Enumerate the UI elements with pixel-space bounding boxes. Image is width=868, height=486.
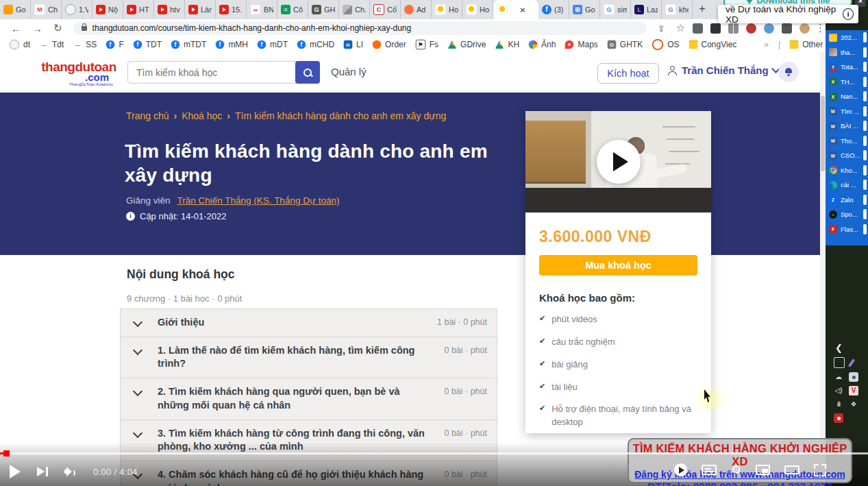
taskbar-item[interactable]: Spo... bbox=[826, 207, 868, 222]
extension-icon[interactable] bbox=[746, 23, 756, 34]
browser-tab[interactable]: BN bbox=[247, 0, 277, 19]
taskbar-item[interactable]: cài ... bbox=[826, 178, 868, 193]
network-tray-icon[interactable]: ılı bbox=[834, 400, 843, 409]
extension-icon[interactable] bbox=[764, 23, 774, 34]
breadcrumb-courses[interactable]: Khoá học bbox=[182, 110, 222, 121]
browser-tab[interactable]: Cố bbox=[370, 0, 401, 19]
bookmark-item[interactable]: SS bbox=[73, 40, 97, 49]
extension-icon[interactable] bbox=[693, 23, 703, 34]
browser-tab[interactable]: htv bbox=[154, 0, 185, 19]
forward-icon[interactable]: → bbox=[32, 23, 42, 34]
v-app-tray-icon[interactable]: V bbox=[849, 386, 858, 396]
bookmark-item[interactable]: TDT bbox=[133, 40, 162, 49]
bookmark-item[interactable]: LI bbox=[343, 40, 363, 49]
taskbar-item[interactable]: BÀI ... bbox=[826, 119, 868, 134]
other-bookmarks[interactable]: Other bookmarks bbox=[789, 40, 826, 49]
search-button[interactable] bbox=[295, 61, 320, 84]
activate-button[interactable]: Kích hoạt bbox=[597, 63, 659, 84]
notifications-button[interactable] bbox=[778, 62, 799, 82]
taskbar-item[interactable]: Tota... bbox=[826, 60, 868, 75]
share-icon[interactable]: ⇪ bbox=[658, 23, 665, 34]
browser-tab[interactable]: Làr bbox=[185, 0, 216, 19]
play-button[interactable] bbox=[597, 140, 641, 184]
bookmarks-overflow-icon[interactable]: » bbox=[764, 40, 769, 49]
feather-tray-icon[interactable] bbox=[848, 359, 856, 367]
bookmark-item[interactable]: OS bbox=[652, 38, 679, 51]
volume-icon[interactable] bbox=[64, 467, 77, 476]
settings-gear-icon[interactable]: ⚙ bbox=[731, 464, 741, 476]
browser-tab[interactable]: GH bbox=[308, 0, 339, 19]
play-icon[interactable] bbox=[10, 465, 21, 478]
site-logo[interactable]: thangdutoan .com ThangDuToan Academy bbox=[38, 60, 120, 86]
browser-tab[interactable] bbox=[493, 0, 538, 19]
browser-tab[interactable]: Ch bbox=[31, 0, 62, 19]
progress-scrubber[interactable] bbox=[3, 450, 10, 457]
browser-tab[interactable]: Go bbox=[0, 0, 31, 19]
taskbar-item[interactable]: tha... bbox=[826, 45, 868, 60]
browser-tab[interactable]: Ch. bbox=[339, 0, 370, 19]
address-bar[interactable]: thangdutoan.com/course/tim-kiem-khach-ha… bbox=[73, 21, 647, 35]
fullscreen-icon[interactable] bbox=[814, 464, 826, 476]
search-input[interactable] bbox=[128, 67, 318, 78]
taskbar-item[interactable]: 202... bbox=[826, 30, 868, 45]
bookmark-item[interactable]: CongViec bbox=[689, 40, 737, 49]
section-row[interactable]: 2. Tìm kiếm khách hàng qua người quen, b… bbox=[121, 378, 497, 420]
dropbox-tray-icon[interactable]: ❖ bbox=[849, 400, 858, 409]
bookmark-item[interactable]: Maps bbox=[565, 40, 597, 49]
subtitles-icon[interactable] bbox=[702, 465, 717, 475]
scrollbar-thumb[interactable] bbox=[821, 96, 825, 171]
info-icon[interactable]: i bbox=[843, 8, 854, 20]
browser-tab[interactable]: Laz bbox=[631, 0, 662, 19]
bookmark-item[interactable]: mTDT bbox=[171, 40, 206, 49]
extension-icon[interactable] bbox=[710, 23, 721, 34]
browser-tab[interactable]: 1.V bbox=[62, 0, 92, 19]
bookmark-item[interactable]: KH bbox=[495, 40, 519, 49]
course-video-thumbnail[interactable] bbox=[525, 111, 711, 212]
taskbar-item[interactable]: Kho... bbox=[826, 163, 868, 178]
taskbar-item[interactable]: Flas... bbox=[826, 222, 868, 237]
taskbar-item[interactable]: Nan... bbox=[826, 89, 868, 104]
bookmark-item[interactable]: Fs bbox=[415, 39, 438, 50]
taskbar-item[interactable]: Tìm ... bbox=[826, 104, 868, 119]
reload-icon[interactable]: ↻ bbox=[53, 22, 62, 34]
browser-tab[interactable]: Ho bbox=[432, 0, 462, 19]
avatar[interactable] bbox=[799, 23, 810, 34]
browser-tab[interactable]: (3) bbox=[538, 0, 569, 19]
bookmark-item[interactable]: Ảnh bbox=[528, 40, 556, 49]
autoplay-toggle-icon[interactable] bbox=[674, 463, 687, 476]
manage-link[interactable]: Quản lý bbox=[331, 66, 367, 77]
browser-tab[interactable]: khc bbox=[662, 0, 693, 19]
cloud-tray-icon[interactable]: ☁ bbox=[834, 372, 843, 382]
extension-icon[interactable] bbox=[728, 23, 739, 34]
lock-icon[interactable] bbox=[82, 26, 87, 31]
buy-button[interactable]: Mua khoá học bbox=[539, 255, 697, 276]
bookmark-item[interactable]: F bbox=[106, 40, 123, 49]
bookmark-item[interactable]: GDrive bbox=[447, 40, 486, 49]
tray-expand-icon[interactable]: ❮ bbox=[835, 343, 868, 353]
taskbar-item[interactable]: Zalo bbox=[826, 193, 868, 208]
taskbar-item[interactable]: Tho... bbox=[826, 134, 868, 149]
back-icon[interactable]: ← bbox=[11, 23, 21, 34]
miniplayer-icon[interactable] bbox=[756, 465, 770, 475]
browser-tab[interactable]: Ho bbox=[462, 0, 493, 19]
new-tab-button[interactable]: + bbox=[693, 3, 711, 15]
bookmark-item[interactable]: mCHD bbox=[297, 40, 334, 49]
bookmark-item[interactable]: Tdt bbox=[39, 40, 64, 49]
next-icon[interactable] bbox=[37, 467, 48, 476]
browser-tab[interactable]: 15. bbox=[216, 0, 247, 19]
taskbar-item[interactable]: TH... bbox=[826, 75, 868, 90]
browser-tab[interactable]: sim bbox=[600, 0, 631, 19]
bookmark-item[interactable]: dt bbox=[9, 39, 30, 50]
bookmark-item[interactable]: GHTK bbox=[607, 40, 643, 49]
browser-tab[interactable]: Cô bbox=[277, 0, 308, 19]
browser-tab[interactable]: Nộ bbox=[92, 0, 123, 19]
bookmark-star-icon[interactable]: ☆ bbox=[676, 22, 685, 34]
browser-tab[interactable]: HT bbox=[123, 0, 154, 19]
section-row[interactable]: Giới thiệu 1 bài · 0 phút bbox=[121, 309, 497, 337]
instructor-link[interactable]: Trần Chiến Thắng (KS. Thắng Dự toán) bbox=[177, 195, 340, 206]
bookmark-item[interactable]: mDT bbox=[257, 40, 288, 49]
camera-tray-icon[interactable] bbox=[849, 372, 858, 382]
breadcrumb-home[interactable]: Trang chủ bbox=[126, 110, 169, 121]
bookmark-item[interactable]: mMH bbox=[215, 40, 248, 49]
extension-icon[interactable] bbox=[782, 23, 792, 34]
